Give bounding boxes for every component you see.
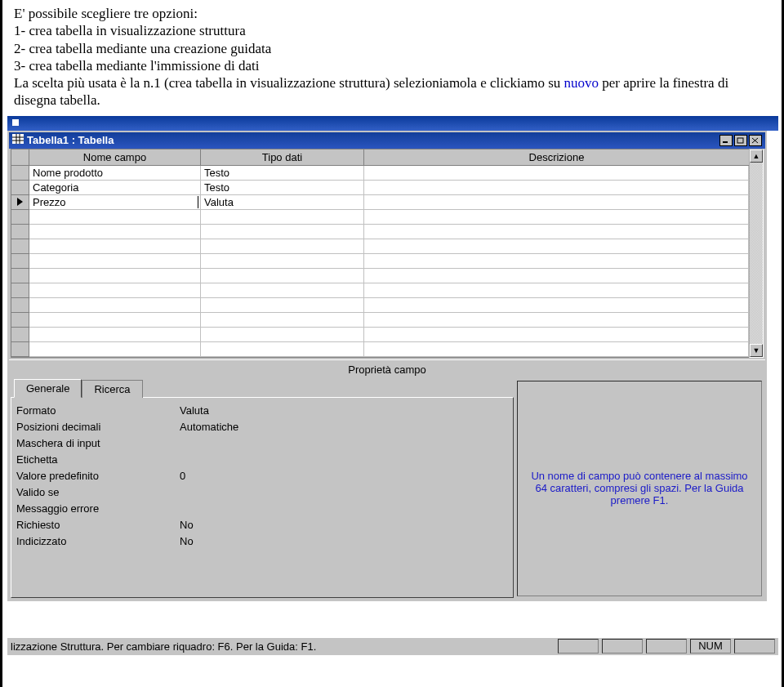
tab-general[interactable]: Generale <box>14 379 82 398</box>
database-icon <box>11 118 20 129</box>
tab-lookup[interactable]: Ricerca <box>82 380 142 398</box>
table-row[interactable] <box>11 254 749 269</box>
cell-description[interactable] <box>364 195 749 210</box>
table-row[interactable] <box>11 239 749 254</box>
scroll-up-button[interactable]: ▲ <box>750 149 763 163</box>
prop-label: Indicizzato <box>15 535 178 547</box>
table-row[interactable]: Prezzo Valuta <box>11 195 749 210</box>
scroll-track[interactable] <box>750 163 763 344</box>
row-selector[interactable] <box>11 269 29 283</box>
col-header-name[interactable]: Nome campo <box>29 149 201 166</box>
table-row[interactable] <box>11 342 749 357</box>
scroll-down-button[interactable]: ▼ <box>750 344 763 357</box>
table-row[interactable]: Nome prodotto Testo <box>11 166 749 181</box>
prop-label: Formato <box>15 404 178 417</box>
doc-line: La scelta più usata è la n.1 (crea tabel… <box>14 74 772 109</box>
prop-row-maschera: Maschera di input <box>15 435 510 452</box>
doc-line: 2- crea tabella mediante una creazione g… <box>14 40 772 57</box>
row-selector[interactable] <box>11 328 29 342</box>
table-row[interactable]: Categoria Testo <box>11 181 749 195</box>
svg-rect-0 <box>12 119 19 126</box>
cell-field-name[interactable]: Prezzo <box>29 195 201 210</box>
table-icon <box>12 134 24 146</box>
row-selector[interactable] <box>11 181 29 195</box>
prop-label: Maschera di input <box>15 437 178 449</box>
prop-value[interactable]: No <box>178 535 510 547</box>
properties-body: FormatoValuta Posizioni decimaliAutomati… <box>11 397 514 598</box>
status-text: lizzazione Struttura. Per cambiare riqua… <box>11 640 555 653</box>
row-selector[interactable] <box>11 239 29 254</box>
svg-line-9 <box>752 138 758 143</box>
field-help-panel: Un nome di campo può contenere al massim… <box>517 381 762 596</box>
properties-tabs: Generale Ricerca <box>11 379 514 397</box>
row-selector[interactable] <box>11 313 29 328</box>
row-selector[interactable] <box>11 254 29 269</box>
cell-description[interactable] <box>364 166 749 181</box>
doc-line: 3- crea tabella mediante l'immissione di… <box>14 57 772 74</box>
grid-header-row: Nome campo Tipo dati Descrizione <box>11 149 749 166</box>
cell-field-name[interactable]: Categoria <box>29 181 201 195</box>
window-title: Tabella1 : Tabella <box>27 134 114 146</box>
cell-data-type[interactable]: Testo <box>201 181 364 195</box>
row-selector[interactable] <box>11 298 29 313</box>
current-row-icon <box>17 198 23 206</box>
svg-rect-7 <box>737 138 743 143</box>
prop-value[interactable]: No <box>178 519 510 531</box>
prop-label: Posizioni decimali <box>15 421 178 433</box>
prop-row-valido: Valido se <box>15 484 510 501</box>
table-design-window: Tabella1 : Tabella Nome campo Tipo dati <box>7 131 767 601</box>
row-selector-header <box>11 149 29 166</box>
document-instructions: E' possibile scegliere tre opzioni: 1- c… <box>6 0 778 116</box>
field-properties-label: Proprietà campo <box>9 359 765 379</box>
link-nuovo[interactable]: nuovo <box>564 75 599 91</box>
col-header-desc[interactable]: Descrizione <box>364 149 749 166</box>
row-selector[interactable] <box>11 166 29 181</box>
prop-row-indicizzato: IndicizzatoNo <box>15 533 510 550</box>
table-row[interactable] <box>11 313 749 328</box>
doc-line: 1- crea tabella in visualizzazione strut… <box>14 22 772 39</box>
prop-label: Richiesto <box>15 519 178 531</box>
row-selector[interactable] <box>11 342 29 357</box>
table-row[interactable] <box>11 210 749 225</box>
field-grid[interactable]: Nome campo Tipo dati Descrizione Nome pr… <box>11 149 749 358</box>
cell-description[interactable] <box>364 181 749 195</box>
prop-label: Valido se <box>15 486 178 498</box>
doc-line: E' possibile scegliere tre opzioni: <box>14 5 772 22</box>
close-button[interactable] <box>749 135 762 146</box>
prop-row-formato: FormatoValuta <box>15 403 510 419</box>
row-selector-current[interactable] <box>11 195 29 210</box>
prop-value[interactable]: Valuta <box>178 404 510 417</box>
parent-window-titlebar <box>7 116 778 131</box>
prop-value[interactable]: Automatiche <box>178 421 510 433</box>
svg-rect-1 <box>12 134 24 144</box>
field-help-text: Un nome di campo può contenere al massim… <box>529 470 750 506</box>
prop-row-messaggio: Messaggio errore <box>15 501 510 517</box>
row-selector[interactable] <box>11 225 29 239</box>
table-row[interactable] <box>11 328 749 342</box>
table-row[interactable] <box>11 269 749 283</box>
prop-value[interactable]: 0 <box>178 470 510 482</box>
prop-label: Etichetta <box>15 453 178 466</box>
maximize-button[interactable] <box>734 135 747 146</box>
minimize-button[interactable] <box>719 135 733 146</box>
vertical-scrollbar[interactable]: ▲ ▼ <box>749 149 764 358</box>
table-row[interactable] <box>11 283 749 298</box>
prop-row-richiesto: RichiestoNo <box>15 517 510 533</box>
row-selector[interactable] <box>11 210 29 225</box>
table-row[interactable] <box>11 298 749 313</box>
status-cell <box>646 639 687 654</box>
row-selector[interactable] <box>11 283 29 298</box>
cell-field-name[interactable]: Nome prodotto <box>29 166 201 181</box>
prop-row-posizioni: Posizioni decimaliAutomatiche <box>15 419 510 435</box>
field-properties-panel: Generale Ricerca FormatoValuta Posizioni… <box>9 379 765 600</box>
window-titlebar[interactable]: Tabella1 : Tabella <box>9 132 765 149</box>
status-cell <box>602 639 643 654</box>
prop-row-valore: Valore predefinito0 <box>15 468 510 484</box>
cell-data-type[interactable]: Testo <box>201 166 364 181</box>
prop-row-etichetta: Etichetta <box>15 452 510 468</box>
cell-data-type[interactable]: Valuta <box>201 195 364 210</box>
status-cell <box>558 639 599 654</box>
col-header-type[interactable]: Tipo dati <box>201 149 364 166</box>
table-row[interactable] <box>11 225 749 239</box>
prop-label: Messaggio errore <box>15 502 178 515</box>
